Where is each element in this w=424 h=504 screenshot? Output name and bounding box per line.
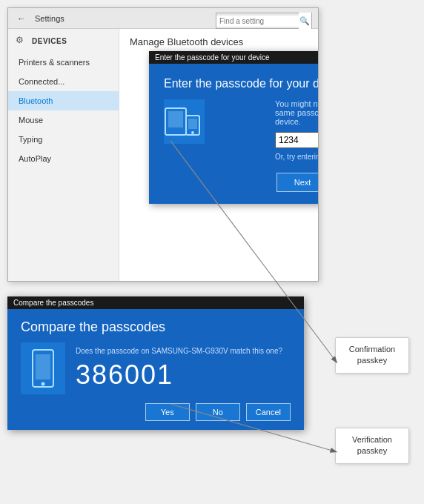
compare-sub: Does the passcode on SAMSUNG-SM-G930V ma…	[76, 347, 291, 355]
sidebar-item-bluetooth[interactable]: Bluetooth	[8, 91, 119, 110]
next-button[interactable]: Next	[276, 173, 318, 192]
passcode-dialog: Enter the passcode for your device Enter…	[149, 51, 318, 204]
compare-device-row: Does the passcode on SAMSUNG-SM-G930V ma…	[21, 342, 291, 394]
search-bar: 🔍	[216, 13, 312, 29]
gear-icon: ⚙	[16, 35, 27, 47]
sidebar-title: DEVICES	[32, 37, 67, 45]
passcode-dialog-heading: Enter the passcode for your device	[164, 77, 318, 90]
svg-point-7	[42, 382, 45, 386]
dialog-buttons: Next Cancel	[164, 173, 318, 192]
compare-right: Does the passcode on SAMSUNG-SM-G930V ma…	[76, 347, 291, 391]
passcode-input[interactable]	[275, 132, 318, 148]
sidebar-item-typing[interactable]: Typing	[8, 130, 119, 149]
phone-icon	[21, 342, 65, 394]
passcode-sub-text: You might need to enter the same passcod…	[275, 99, 318, 126]
search-input[interactable]	[216, 16, 299, 27]
no-button[interactable]: No	[196, 403, 240, 421]
verification-callout: Verification passkey	[335, 428, 409, 464]
titlebar: ← Settings 🔍 — □ ✕	[8, 8, 318, 29]
sidebar-item-autoplay[interactable]: AutoPlay	[8, 149, 119, 168]
sidebar-item-mouse[interactable]: Mouse	[8, 110, 119, 130]
settings-window: ← Settings 🔍 — □ ✕ ⚙ DEVICES Printers & …	[7, 7, 319, 282]
titlebar-left: ← Settings	[14, 12, 64, 25]
compare-buttons: Yes No Cancel	[21, 403, 291, 421]
main-area: Manage Bluetooth devices Enter the passc…	[119, 29, 318, 281]
sidebar-item-connected[interactable]: Connected...	[8, 72, 119, 91]
back-button[interactable]: ←	[14, 12, 29, 25]
passcode-dialog-titlebar: Enter the passcode for your device	[149, 51, 318, 64]
svg-point-4	[191, 131, 194, 134]
compare-cancel-button[interactable]: Cancel	[246, 403, 291, 421]
main-title: Manage Bluetooth devices	[130, 36, 308, 47]
dialog-content: You might need to enter the same passcod…	[275, 99, 318, 161]
compare-heading: Compare the passcodes	[21, 319, 291, 335]
confirmation-callout: Confirmation passkey	[335, 337, 409, 374]
sidebar: ⚙ DEVICES Printers & scanners Connected.…	[8, 29, 119, 281]
sidebar-item-printers[interactable]: Printers & scanners	[8, 53, 119, 72]
passcode-dialog-body: Enter the passcode for your device	[149, 64, 318, 204]
titlebar-title: Settings	[35, 14, 64, 23]
compare-dialog-body: Compare the passcodes Does the passcode …	[7, 309, 304, 430]
sidebar-header: ⚙ DEVICES	[8, 29, 119, 53]
compare-dialog-titlebar: Compare the passcodes	[7, 296, 304, 309]
search-icon[interactable]: 🔍	[299, 13, 311, 29]
compare-dialog: Compare the passcodes Compare the passco…	[7, 296, 304, 430]
passcode-input-row: ✕	[275, 132, 318, 148]
settings-body: ⚙ DEVICES Printers & scanners Connected.…	[8, 29, 318, 281]
svg-rect-1	[168, 111, 183, 127]
devices-icon	[164, 99, 205, 144]
yes-button[interactable]: Yes	[145, 403, 190, 421]
svg-rect-6	[36, 354, 50, 379]
svg-rect-3	[188, 119, 197, 129]
compare-code: 386001	[76, 359, 291, 391]
or-text: Or, try entering a passcode on it.	[275, 153, 318, 161]
